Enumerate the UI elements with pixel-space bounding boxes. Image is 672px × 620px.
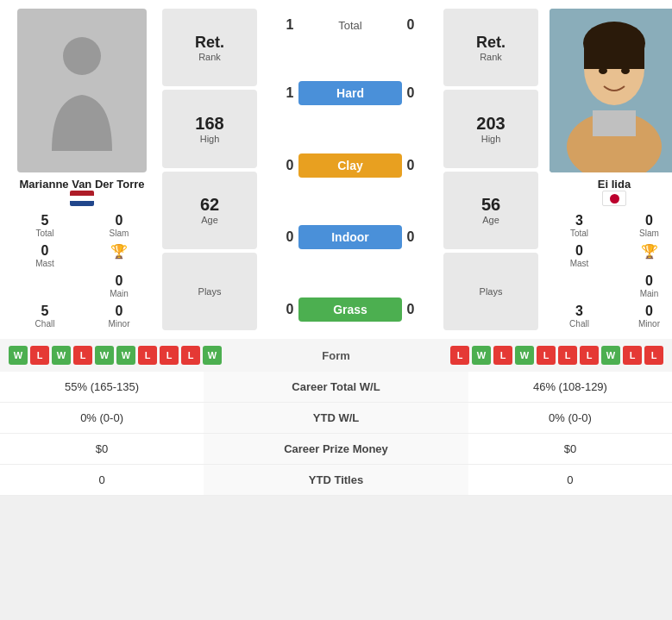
svg-point-8 — [621, 67, 630, 74]
table-row: 0YTD Titles0 — [0, 465, 672, 496]
player1-form-badges: WLWLWWLLLW — [9, 346, 222, 365]
p1-minor-val: 0 — [116, 304, 123, 319]
svg-point-7 — [599, 67, 607, 74]
p2-age-lbl: Age — [482, 215, 499, 225]
p2-high-val: 203 — [476, 114, 505, 134]
p1-plays-lbl: Plays — [198, 286, 222, 297]
p2-rank-lbl: Rank — [480, 52, 502, 62]
p2-rank-box: Ret. Rank — [443, 9, 538, 86]
table-row: $0Career Prize Money$0 — [0, 434, 672, 465]
trophy2-icon: 🏆 — [641, 243, 658, 260]
grass-button[interactable]: Grass — [298, 297, 402, 322]
stat-right: 46% (108-129) — [468, 372, 672, 403]
p2-main-label: Main — [640, 289, 659, 298]
p1-age-box: 62 Age — [162, 172, 257, 249]
form-badge: L — [450, 346, 469, 365]
p1-slam-label: Slam — [110, 229, 129, 238]
p2-total-label: Total — [570, 229, 588, 238]
total-left: 1 — [281, 17, 298, 33]
p2-minor-cell: 0 Minor — [615, 302, 672, 330]
p2-trophy-cell: 🏆 — [615, 241, 672, 270]
stat-right: 0 — [468, 465, 672, 496]
clay-right: 0 — [402, 158, 419, 173]
player2-photo — [550, 9, 672, 172]
p2-high-lbl: High — [481, 134, 501, 144]
p2-mast-cell: 0 Mast — [545, 241, 613, 270]
clay-row: 0 Clay 0 — [264, 153, 436, 178]
p1-mast-val: 0 — [41, 243, 49, 259]
trophy-icon: 🏆 — [110, 243, 128, 260]
stats-table: 55% (165-135)Career Total W/L46% (108-12… — [0, 372, 672, 496]
player2-stats: 3 Total 0 Slam 0 Mast 🏆 0 Main — [545, 211, 672, 330]
player2-flag — [602, 191, 626, 206]
top-section: Marianne Van Der Torre 5 Total 0 Slam 0 … — [0, 0, 672, 339]
p1-chall-label: Chall — [35, 319, 55, 329]
p2-minor-val: 0 — [645, 304, 653, 319]
player1-flag — [70, 191, 94, 206]
p1-plays-box: Plays — [162, 253, 257, 330]
form-badge: L — [558, 346, 577, 365]
p1-age-lbl: Age — [201, 215, 218, 225]
stat-center-label: YTD Titles — [204, 465, 468, 496]
p2-high-box: 203 High — [443, 90, 538, 167]
hard-row: 1 Hard 0 — [264, 81, 436, 105]
stat-left: 0% (0-0) — [0, 403, 204, 434]
p1-minor-label: Minor — [108, 319, 129, 329]
indoor-button[interactable]: Indoor — [298, 225, 402, 249]
p2-slam-label: Slam — [639, 229, 659, 238]
svg-rect-5 — [584, 43, 644, 69]
p2-chall-label: Chall — [569, 319, 589, 329]
p2-minor-label: Minor — [638, 319, 660, 329]
hard-button[interactable]: Hard — [298, 81, 402, 105]
p1-age-val: 62 — [200, 195, 219, 215]
form-badge: L — [623, 346, 642, 365]
svg-point-0 — [63, 37, 101, 75]
p2-slam-val: 0 — [645, 213, 653, 229]
stat-right: 0% (0-0) — [468, 403, 672, 434]
form-badge: L — [493, 346, 512, 365]
stat-center-label: Career Prize Money — [204, 434, 468, 465]
p2-slam-cell: 0 Slam — [615, 211, 672, 240]
p2-main-val: 0 — [645, 273, 653, 289]
p1-slam-cell: 0 Slam — [83, 211, 155, 240]
stat-left: 55% (165-135) — [0, 372, 204, 403]
p2-main-cell: 0 Main — [615, 272, 672, 300]
p2-total-val: 3 — [575, 213, 583, 229]
p1-main-label: Main — [110, 289, 129, 298]
p2-plays-lbl: Plays — [480, 286, 503, 297]
indoor-row: 0 Indoor 0 — [264, 225, 436, 249]
p2-mast-val: 0 — [575, 243, 583, 259]
total-right: 0 — [402, 17, 419, 33]
grass-left: 0 — [281, 302, 298, 317]
form-badge: W — [601, 346, 620, 365]
p1-total-cell: 5 Total — [9, 211, 81, 240]
hard-left: 1 — [281, 85, 298, 101]
form-label: Form — [322, 349, 350, 362]
p2-chall-val: 3 — [575, 304, 583, 319]
p2-chall-cell: 3 Chall — [545, 302, 613, 330]
form-badge: W — [203, 346, 222, 365]
hard-right: 0 — [402, 85, 419, 101]
p1-high-val: 168 — [195, 114, 223, 134]
p1-main-cell: 0 Main — [83, 272, 155, 300]
form-badge: L — [644, 346, 663, 365]
form-badge: L — [181, 346, 200, 365]
main-container: Marianne Van Der Torre 5 Total 0 Slam 0 … — [0, 0, 672, 496]
stat-center-label: Career Total W/L — [204, 372, 468, 403]
p1-mast-label: Mast — [35, 259, 54, 268]
indoor-right: 0 — [402, 229, 419, 245]
form-badge: L — [73, 346, 92, 365]
p2-mast-label: Mast — [570, 259, 589, 268]
player2-card: Ei Iida 3 Total 0 Slam 0 Mast 🏆 — [545, 9, 672, 330]
p1-main-spacer — [9, 272, 81, 300]
table-row: 0% (0-0)YTD W/L0% (0-0) — [0, 403, 672, 434]
p1-rank-val: Ret. — [195, 34, 224, 52]
player2-middle: Ret. Rank 203 High 56 Age Plays — [443, 9, 538, 330]
p2-age-box: 56 Age — [443, 172, 538, 249]
p1-rank-box: Ret. Rank — [162, 9, 257, 86]
form-badge: L — [580, 346, 599, 365]
clay-button[interactable]: Clay — [298, 153, 402, 178]
form-badge: L — [30, 346, 49, 365]
center-scores: 1 Total 0 1 Hard 0 0 Clay 0 0 Indoor 0 — [264, 9, 436, 330]
player1-name: Marianne Van Der Torre — [20, 178, 145, 191]
